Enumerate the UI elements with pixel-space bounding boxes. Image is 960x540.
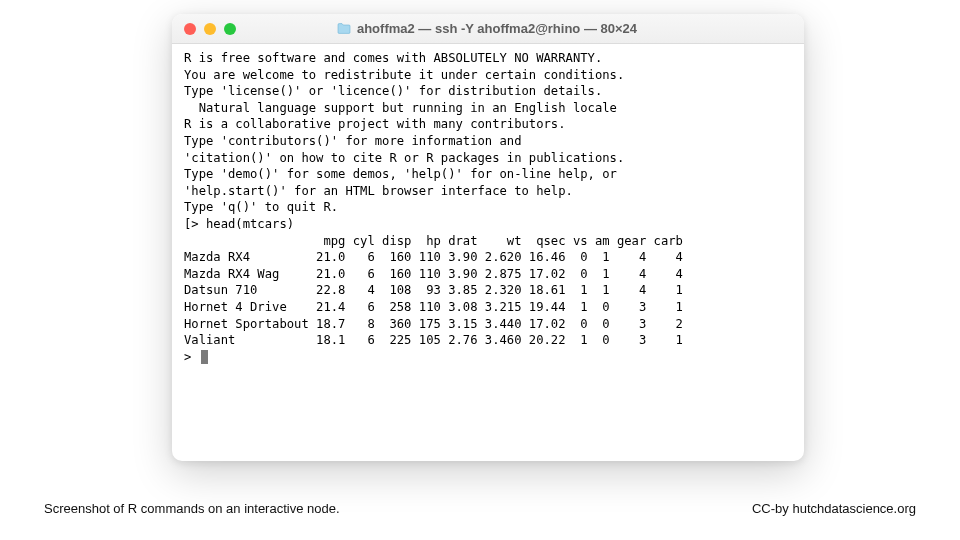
- terminal-line: Datsun 710 22.8 4 108 93 3.85 2.320 18.6…: [184, 282, 792, 299]
- terminal-line: 'citation()' on how to cite R or R packa…: [184, 150, 792, 167]
- terminal-line: Natural language support but running in …: [184, 100, 792, 117]
- terminal-line: Valiant 18.1 6 225 105 2.76 3.460 20.22 …: [184, 332, 792, 349]
- cursor-icon: [201, 350, 208, 364]
- terminal-line: You are welcome to redistribute it under…: [184, 67, 792, 84]
- terminal-body[interactable]: R is free software and comes with ABSOLU…: [172, 44, 804, 461]
- titlebar: ahoffma2 — ssh -Y ahoffma2@rhino — 80×24: [172, 14, 804, 44]
- terminal-line: Type 'demo()' for some demos, 'help()' f…: [184, 166, 792, 183]
- window-title-text: ahoffma2 — ssh -Y ahoffma2@rhino — 80×24: [357, 21, 637, 36]
- terminal-line: 'help.start()' for an HTML browser inter…: [184, 183, 792, 200]
- terminal-line: Type 'q()' to quit R.: [184, 199, 792, 216]
- folder-icon: [337, 23, 351, 34]
- terminal-line: Mazda RX4 21.0 6 160 110 3.90 2.620 16.4…: [184, 249, 792, 266]
- terminal-window: ahoffma2 — ssh -Y ahoffma2@rhino — 80×24…: [172, 14, 804, 461]
- caption-right: CC-by hutchdatascience.org: [752, 501, 916, 516]
- caption-left: Screenshot of R commands on an interacti…: [44, 501, 340, 516]
- terminal-line: R is a collaborative project with many c…: [184, 116, 792, 133]
- terminal-line: Mazda RX4 Wag 21.0 6 160 110 3.90 2.875 …: [184, 266, 792, 283]
- terminal-line: mpg cyl disp hp drat wt qsec vs am gear …: [184, 233, 792, 250]
- terminal-line: Hornet Sportabout 18.7 8 360 175 3.15 3.…: [184, 316, 792, 333]
- window-title: ahoffma2 — ssh -Y ahoffma2@rhino — 80×24: [182, 21, 792, 36]
- terminal-line: [> head(mtcars): [184, 216, 792, 233]
- terminal-prompt[interactable]: >: [184, 349, 792, 366]
- terminal-line: R is free software and comes with ABSOLU…: [184, 50, 792, 67]
- terminal-line: Hornet 4 Drive 21.4 6 258 110 3.08 3.215…: [184, 299, 792, 316]
- terminal-line: Type 'license()' or 'licence()' for dist…: [184, 83, 792, 100]
- terminal-line: Type 'contributors()' for more informati…: [184, 133, 792, 150]
